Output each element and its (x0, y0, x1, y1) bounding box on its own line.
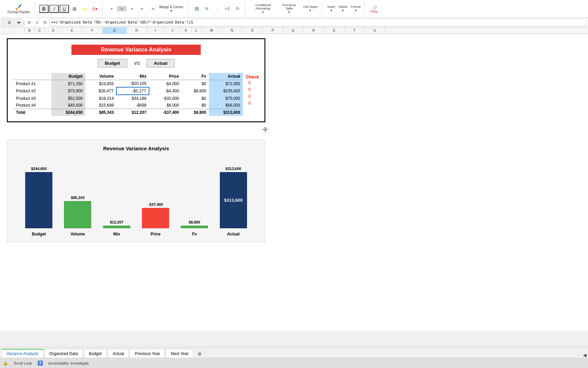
row-fx: $0 (182, 95, 209, 102)
budget-bar-label: Budget (32, 232, 46, 236)
col-header-fx: Fx (182, 73, 209, 80)
price-bar (142, 208, 169, 228)
clear-group: ◇ Clea... (369, 3, 381, 14)
add-sheet-button[interactable]: ⊕ (195, 350, 205, 358)
check-column: Check 0000 (246, 73, 259, 116)
delete-button[interactable]: Delete ▾ (337, 4, 349, 13)
merge-centre-button[interactable]: Merge & Centre ▾ (158, 4, 185, 13)
number-group: 🔢 % , +.0 .0- (189, 1, 245, 16)
volume-bar-label: Volume (70, 232, 85, 236)
col-header-r[interactable]: R (304, 27, 324, 34)
volume-bar (64, 201, 91, 228)
underline-button[interactable]: U (60, 5, 69, 13)
table-row: Product #1 $71,250 $24,855 -$20,105 -$4,… (13, 80, 243, 88)
italic-button[interactable]: I (49, 5, 59, 13)
total-actual: $313,600 (209, 109, 243, 116)
total-volume: $85,343 (85, 109, 116, 116)
row-mix: $34,186 (116, 95, 149, 102)
format-painter-label: Format Painter (7, 10, 30, 14)
row-budget: $45,000 (51, 102, 85, 109)
col-header-q[interactable]: Q (283, 27, 304, 34)
col-header-d[interactable]: D (45, 27, 62, 34)
tab-organized-data-label: Organized Data (49, 351, 78, 356)
increase-decimal-button[interactable]: +.0 (223, 6, 232, 11)
actual-bar-group: $313,600 $313,600 Actual (220, 167, 247, 236)
confirm-formula-button[interactable]: ✓ (34, 20, 41, 25)
tab-organized-data[interactable]: Organized Data (44, 349, 83, 358)
accessibility-label: Accessibility: Investigate (48, 361, 89, 365)
col-header-g[interactable]: G (103, 27, 127, 34)
conditional-formatting-button[interactable]: Conditional Formatting ▾ (249, 3, 277, 15)
comma-button[interactable]: , (212, 6, 222, 11)
col-header-u[interactable]: U (365, 27, 385, 34)
format-as-table-label: Format as Table (279, 3, 300, 10)
tab-variance-analysis[interactable]: Variance Analysis (1, 349, 44, 358)
tab-previous-year[interactable]: Previous Year (130, 349, 165, 358)
clear-button[interactable]: ◇ Clea... (369, 3, 381, 14)
chart-title: Revenue Variance Analysis (13, 145, 260, 151)
fx-bar-label: Fx (192, 232, 197, 236)
col-header-o[interactable]: O (242, 27, 263, 34)
check-header: Check (246, 74, 259, 79)
col-header-j[interactable]: J (164, 27, 181, 34)
number-format-button[interactable]: 🔢 (192, 6, 201, 11)
indent-increase-button[interactable]: ⇥ (148, 6, 157, 11)
delete-label: Delete (339, 5, 347, 9)
row-name: Product #3 (13, 95, 51, 102)
insert-button[interactable]: Insert ▾ (326, 4, 337, 13)
decrease-decimal-button[interactable]: .0- (233, 6, 242, 11)
font-group: B I U ⊞ A▾ A▾ (36, 1, 103, 16)
formula-input[interactable] (50, 19, 587, 26)
col-header-c[interactable]: C (35, 27, 45, 34)
total-fx: $8,800 (182, 109, 209, 116)
col-header-i[interactable]: I (147, 27, 164, 34)
clipboard-group: 🖌️ Format Painter (3, 1, 35, 16)
table-row: Product #4 $45,000 $15,698 -$698 $6,000 … (13, 102, 243, 109)
cross-cursor: ✛ (262, 125, 268, 134)
tab-budget[interactable]: Budget (84, 349, 107, 358)
mix-bar-label: Mix (113, 232, 120, 236)
mix-bar-value: $12,207 (110, 220, 124, 224)
fill-color-button[interactable]: A▾ (80, 5, 89, 12)
col-header-e[interactable]: E (62, 27, 82, 34)
tab-next-year[interactable]: Next Year (166, 349, 194, 358)
col-header-b[interactable]: B (24, 27, 35, 34)
bold-button[interactable]: B (39, 5, 49, 13)
format-painter-button[interactable]: 🖌️ Format Painter (5, 3, 32, 15)
check-value: 0 (246, 93, 259, 100)
align-right-button[interactable]: ≡ (127, 6, 137, 11)
col-header-k[interactable]: K (181, 27, 191, 34)
col-header-p[interactable]: P (263, 27, 283, 34)
col-header-s[interactable]: S (324, 27, 344, 34)
row-price: -$4,400 (149, 87, 182, 95)
vs-row: Budget VS Actual (13, 59, 259, 67)
fx-bar-group: $8,800 Fx (181, 220, 208, 236)
format-as-table-button[interactable]: Format as Table ▾ (277, 3, 301, 15)
percent-button[interactable]: % (202, 6, 212, 11)
name-box[interactable]: G (1, 19, 22, 26)
cell-styles-button[interactable]: Cell Styles ▾ (302, 4, 319, 13)
font-color-button[interactable]: A▾ (90, 5, 100, 12)
col-header-m[interactable]: M (201, 27, 222, 34)
align-center-button[interactable]: ≡ (117, 6, 127, 11)
col-header-t[interactable]: T (344, 27, 365, 34)
tab-actual[interactable]: Actual (108, 349, 129, 358)
tab-budget-label: Budget (89, 351, 102, 356)
col-header-l[interactable]: L (191, 27, 201, 34)
conditional-formatting-label: Conditional Formatting (251, 3, 275, 10)
scroll-tabs-left-button[interactable]: ◀ (583, 352, 587, 358)
chart-area: $244,650 Budget $85,343 Volume $12,207 M… (13, 158, 260, 236)
col-header-f[interactable]: F (82, 27, 103, 34)
format-button[interactable]: Format ▾ (349, 4, 362, 13)
col-header-actual: Actual (209, 73, 243, 80)
col-header-n[interactable]: N (222, 27, 242, 34)
row-volume: $26,477 (85, 87, 116, 95)
col-header-h[interactable]: H (127, 27, 147, 34)
indent-decrease-button[interactable]: ⇤ (137, 6, 147, 11)
cancel-formula-button[interactable]: ✕ (26, 20, 33, 25)
fx-button[interactable]: fx (42, 20, 48, 25)
row-actual: $70,000 (209, 95, 243, 102)
align-left-button[interactable]: ≡ (107, 6, 116, 11)
borders-button[interactable]: ⊞ (70, 5, 79, 12)
total-mix: $12,207 (116, 109, 149, 116)
